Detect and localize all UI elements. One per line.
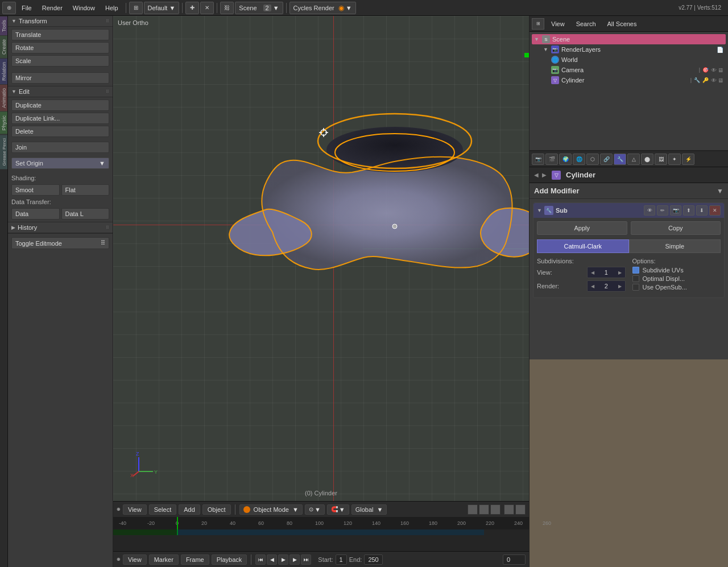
delete-btn[interactable]: Delete <box>11 126 109 137</box>
toggle-editmode-btn[interactable]: Toggle Editmode ⠿ <box>11 237 109 249</box>
bottom-marker-btn[interactable]: Marker <box>149 554 179 565</box>
tab-relation[interactable]: Relation <box>0 58 7 84</box>
pivot-btn[interactable]: ⊙ ▼ <box>305 504 325 515</box>
add-menu-btn[interactable]: Add <box>179 504 200 515</box>
camera-item[interactable]: 📷 Camera | 🎯 👁 🖥 <box>532 65 726 75</box>
layer-btn-4[interactable] <box>504 504 514 515</box>
apply-btn[interactable]: Apply <box>537 221 627 235</box>
viewport-icon-btn[interactable]: ⊕ <box>117 507 121 512</box>
scale-btn[interactable]: Scale <box>11 55 109 67</box>
snap-btn[interactable]: 🧲 ▼ <box>327 504 349 515</box>
play-btn[interactable]: ▶ <box>278 554 288 565</box>
prop-texture-btn[interactable]: 🖼 <box>655 154 667 165</box>
prop-particle-btn[interactable]: ✦ <box>668 154 681 165</box>
prop-render-btn[interactable]: 📷 <box>532 154 544 165</box>
mod-collapse-arrow[interactable]: ▼ <box>537 208 542 213</box>
cyl-eye-btn[interactable]: 👁 <box>711 77 717 84</box>
layer-btn-2[interactable] <box>479 504 489 515</box>
bottom-icon-btn[interactable]: ⊕ <box>117 557 121 562</box>
set-origin-btn[interactable]: Set Origin ▼ <box>11 158 109 169</box>
rotate-btn[interactable]: Rotate <box>11 42 109 53</box>
catmull-clark-tab[interactable]: Catmull-Clark <box>537 239 629 253</box>
smooth-btn[interactable]: Smoot <box>11 184 60 196</box>
mod-down-btn[interactable]: ⬇ <box>696 205 708 216</box>
prop-data-btn[interactable]: △ <box>627 154 640 165</box>
mod-delete-btn[interactable]: ✕ <box>709 205 721 216</box>
tab-create[interactable]: Create <box>0 35 7 58</box>
edit-header[interactable]: ▼ Edit ⠿ <box>8 86 113 97</box>
start-field[interactable]: 1 <box>336 554 347 565</box>
right-header-icon[interactable]: ⊞ <box>532 18 544 30</box>
layer-btn-1[interactable] <box>468 504 478 515</box>
render-layers-item[interactable]: ▼ 📷 RenderLayers 📄 <box>532 44 726 55</box>
layer-btn-3[interactable] <box>490 504 500 515</box>
join-btn[interactable]: Join <box>11 142 109 153</box>
transform-header[interactable]: ▼ Transform ⠿ <box>8 16 113 27</box>
object-menu-btn[interactable]: Object <box>202 504 231 515</box>
render-field[interactable]: ◀ 2 ▶ <box>587 280 626 292</box>
history-header[interactable]: ▶ History ⠿ <box>8 222 113 233</box>
subdivide-uvs-checkbox[interactable] <box>632 267 639 274</box>
camera-eye-btn[interactable]: 👁 <box>711 67 717 73</box>
global-dropdown[interactable]: Global ▼ <box>351 504 387 515</box>
tab-animation[interactable]: Animatio <box>0 84 7 111</box>
tab-tools[interactable]: Tools <box>0 16 7 35</box>
menu-window[interactable]: Window <box>68 2 100 14</box>
world-item[interactable]: 🌐 World <box>532 55 726 65</box>
cylinder-item[interactable]: ▽ Cylinder | 🔧 🔑 👁 🖥 <box>532 75 726 85</box>
duplicate-btn[interactable]: Duplicate <box>11 100 109 111</box>
scene-root-item[interactable]: ▼ S Scene <box>532 34 726 44</box>
translate-btn[interactable]: Translate <box>11 29 109 40</box>
blender-logo[interactable]: ⊕ <box>2 2 16 14</box>
add-modifier-arrow[interactable]: ▼ <box>717 187 723 195</box>
layer-btn-5[interactable] <box>515 504 526 515</box>
bottom-frame-btn[interactable]: Frame <box>181 554 209 565</box>
right-tab-all-scenes[interactable]: All Scenes <box>603 19 642 28</box>
prop-constraint-btn[interactable]: 🔗 <box>600 154 613 165</box>
layout-grid-icon[interactable]: ⊞ <box>129 2 143 14</box>
viewport[interactable]: User Ortho <box>113 16 529 501</box>
step-back-btn[interactable]: ◀ <box>267 554 277 565</box>
view-field[interactable]: ◀ 1 ▶ <box>587 267 626 278</box>
prop-world-btn[interactable]: 🌐 <box>573 154 585 165</box>
layout-dropdown[interactable]: Default ▼ <box>144 2 180 14</box>
mod-expand-btn[interactable]: ⬆ <box>683 205 694 216</box>
mirror-btn[interactable]: Mirror <box>11 72 109 84</box>
cyl-render-btn[interactable]: 🖥 <box>718 77 723 84</box>
copy-btn[interactable]: Copy <box>631 221 721 235</box>
prop-physics-btn[interactable]: ⚡ <box>682 154 694 165</box>
camera-render-btn[interactable]: 🖥 <box>718 67 723 73</box>
scene-chain-icon[interactable]: ⛓ <box>220 2 234 14</box>
remove-screen-icon[interactable]: ✕ <box>200 2 214 14</box>
scene-dropdown[interactable]: Scene 2 ▼ <box>235 2 283 14</box>
current-frame-field[interactable]: 0 <box>503 554 526 565</box>
mod-edit-btn[interactable]: ✏ <box>657 205 668 216</box>
data-l-btn[interactable]: Data L <box>61 208 110 220</box>
view-menu-btn[interactable]: View <box>123 504 147 515</box>
tab-physic[interactable]: Physic <box>0 111 7 134</box>
add-screen-icon[interactable]: ✚ <box>185 2 199 14</box>
step-fwd-btn[interactable]: ▶ <box>289 554 300 565</box>
prop-object-btn[interactable]: ⬡ <box>586 154 599 165</box>
add-marker-area[interactable] <box>524 53 529 57</box>
engine-dropdown[interactable]: Cycles Render ◉ ▼ <box>289 2 356 14</box>
menu-help[interactable]: Help <box>101 2 123 14</box>
bottom-playback-btn[interactable]: Playback <box>212 554 247 565</box>
prop-modifier-btn[interactable]: 🔧 <box>614 154 626 165</box>
flat-btn[interactable]: Flat <box>61 184 110 196</box>
prop-render2-btn[interactable]: 🎬 <box>545 154 558 165</box>
duplicate-link-btn[interactable]: Duplicate Link... <box>11 113 109 124</box>
optimal-display-checkbox[interactable] <box>632 275 639 282</box>
data-btn[interactable]: Data <box>11 208 60 220</box>
simple-tab[interactable]: Simple <box>629 239 721 253</box>
right-tab-view[interactable]: View <box>547 19 569 28</box>
menu-render[interactable]: Render <box>38 2 67 14</box>
mod-render-btn[interactable]: 📷 <box>670 205 681 216</box>
bottom-view-btn[interactable]: View <box>123 554 147 565</box>
menu-file[interactable]: File <box>17 2 36 14</box>
prop-material-btn[interactable]: ⬤ <box>641 154 653 165</box>
goto-start-btn[interactable]: ⏮ <box>255 554 266 565</box>
select-menu-btn[interactable]: Select <box>149 504 177 515</box>
object-mode-dropdown[interactable]: Object Mode ▼ <box>239 504 303 515</box>
mod-view-btn[interactable]: 👁 <box>644 205 655 216</box>
